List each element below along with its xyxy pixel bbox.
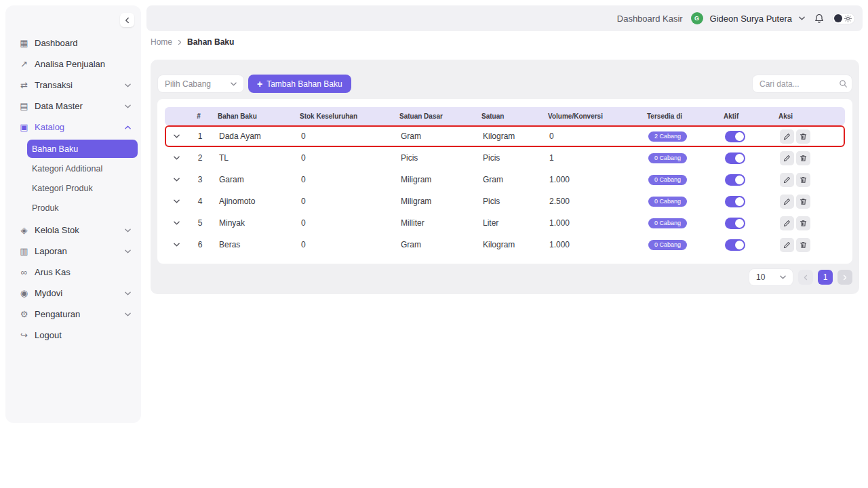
edit-button[interactable] xyxy=(780,129,794,144)
avatar[interactable]: G xyxy=(691,12,703,24)
sidebar-item-data-master[interactable]: ▤ Data Master xyxy=(5,96,141,117)
settings-gear-icon: ⚙ xyxy=(18,309,30,319)
row-expand-button[interactable] xyxy=(172,176,181,183)
row-expand-button[interactable] xyxy=(172,198,181,205)
sidebar-collapse-button[interactable] xyxy=(120,13,134,27)
row-expand-cell xyxy=(166,133,186,140)
katalog-submenu: Bahan Baku Kategori Additional Kategori … xyxy=(27,140,138,217)
row-actions xyxy=(774,216,844,230)
search-input[interactable] xyxy=(752,75,852,93)
sidebar-item-arus-kas[interactable]: ∞ Arus Kas xyxy=(5,262,141,283)
edit-button[interactable] xyxy=(780,195,794,209)
sidebar-item-label: Transaksi xyxy=(35,80,73,90)
sidebar-subitem-produk[interactable]: Produk xyxy=(27,199,138,217)
pencil-icon xyxy=(783,220,791,227)
row-satuan-dasar: Gram xyxy=(395,240,477,249)
row-actions xyxy=(774,151,844,165)
row-expand-button[interactable] xyxy=(172,220,181,226)
sidebar-item-label: Mydovi xyxy=(35,288,62,298)
prev-page-button[interactable] xyxy=(798,270,813,285)
row-aktif-cell xyxy=(719,239,774,251)
row-stok: 0 xyxy=(296,240,395,249)
chevron-down-icon xyxy=(125,249,131,253)
sidebar-item-mydovi[interactable]: ◉ Mydovi xyxy=(5,283,141,304)
subitem-label: Kategori Produk xyxy=(32,184,93,193)
sidebar-subitem-bahan-baku[interactable]: Bahan Baku xyxy=(27,140,138,158)
active-toggle[interactable] xyxy=(725,152,745,164)
row-expand-button[interactable] xyxy=(172,241,181,248)
active-toggle[interactable] xyxy=(725,196,745,207)
delete-button[interactable] xyxy=(796,216,810,230)
toggle-knob xyxy=(735,219,744,228)
row-satuan-dasar: Milliter xyxy=(395,218,477,228)
sidebar-item-pengaturan[interactable]: ⚙ Pengaturan xyxy=(5,304,141,325)
row-satuan: Gram xyxy=(477,175,544,184)
next-page-button[interactable] xyxy=(837,270,852,285)
page-title: Dashboard Kasir xyxy=(617,14,683,24)
delete-button[interactable] xyxy=(796,173,810,187)
theme-toggle[interactable] xyxy=(832,13,855,24)
trash-icon xyxy=(800,176,807,184)
chevron-left-icon xyxy=(125,17,130,23)
pencil-icon xyxy=(783,133,791,140)
row-expand-cell xyxy=(166,220,186,226)
sidebar-item-label: Arus Kas xyxy=(35,267,71,277)
sidebar-subitem-kategori-produk[interactable]: Kategori Produk xyxy=(27,179,138,197)
table-row: 2 TL 0 Picis Picis 1 0 Cabang xyxy=(165,147,845,169)
user-menu-button[interactable] xyxy=(799,16,805,20)
page-1-button[interactable]: 1 xyxy=(818,270,833,285)
delete-button[interactable] xyxy=(796,129,810,144)
chevron-right-icon xyxy=(844,274,847,280)
header-tersedia-di: Tersedia di xyxy=(642,113,718,120)
row-name: Dada Ayam xyxy=(214,131,296,141)
sidebar-item-label: Dashboard xyxy=(35,38,78,48)
sidebar-item-label: Data Master xyxy=(35,101,83,111)
sidebar-item-kelola-stok[interactable]: ◈ Kelola Stok xyxy=(5,220,141,241)
sidebar-item-analisa-penjualan[interactable]: ↗ Analisa Penjualan xyxy=(5,54,141,75)
page-size-select[interactable]: 10 xyxy=(749,268,793,286)
sidebar-item-transaksi[interactable]: ⇄ Transaksi xyxy=(5,75,141,96)
row-actions xyxy=(774,238,844,252)
edit-button[interactable] xyxy=(780,238,794,252)
sidebar-subitem-kategori-additional[interactable]: Kategori Additional xyxy=(27,159,138,178)
active-toggle[interactable] xyxy=(725,174,745,186)
sidebar-item-dashboard[interactable]: ▦ Dashboard xyxy=(5,33,141,54)
row-name: TL xyxy=(214,153,296,163)
chevron-down-icon xyxy=(125,291,131,296)
notification-bell-icon[interactable] xyxy=(814,14,824,24)
cashflow-icon: ∞ xyxy=(18,267,30,277)
sidebar-nav: ▦ Dashboard ↗ Analisa Penjualan ⇄ Transa… xyxy=(5,5,141,346)
delete-button[interactable] xyxy=(796,238,810,252)
branch-select[interactable]: Pilih Cabang xyxy=(157,75,244,93)
chevron-up-icon xyxy=(125,125,131,129)
row-number: 1 xyxy=(186,131,214,141)
active-toggle[interactable] xyxy=(725,218,745,229)
transactions-icon: ⇄ xyxy=(18,80,30,90)
sidebar-item-katalog[interactable]: ▣ Katalog xyxy=(5,117,141,138)
row-expand-button[interactable] xyxy=(172,155,181,161)
delete-button[interactable] xyxy=(796,151,810,165)
edit-button[interactable] xyxy=(780,173,794,187)
edit-button[interactable] xyxy=(780,216,794,230)
sidebar-item-laporan[interactable]: ▥ Laporan xyxy=(5,241,141,262)
sidebar-item-logout[interactable]: ↪ Logout xyxy=(5,325,141,346)
breadcrumb-home-link[interactable]: Home xyxy=(151,37,172,47)
add-bahan-baku-button[interactable]: + Tambah Bahan Baku xyxy=(248,75,351,93)
sun-icon xyxy=(844,15,852,22)
active-toggle[interactable] xyxy=(725,131,745,142)
edit-button[interactable] xyxy=(780,151,794,165)
stock-icon: ◈ xyxy=(18,225,30,235)
row-tersedia-cell: 2 Cabang xyxy=(643,131,719,142)
row-aktif-cell xyxy=(719,174,774,186)
chevron-down-icon xyxy=(125,312,131,317)
chevron-down-icon xyxy=(174,199,180,203)
row-expand-button[interactable] xyxy=(172,133,181,140)
delete-button[interactable] xyxy=(796,195,810,209)
table-row: 5 Minyak 0 Milliter Liter 1.000 0 Cabang xyxy=(165,212,845,234)
mydovi-icon: ◉ xyxy=(18,288,30,298)
trash-icon xyxy=(800,241,807,249)
header-aktif: Aktif xyxy=(718,113,773,120)
header-satuan: Satuan xyxy=(476,113,542,120)
pencil-icon xyxy=(783,198,791,205)
active-toggle[interactable] xyxy=(725,239,745,251)
